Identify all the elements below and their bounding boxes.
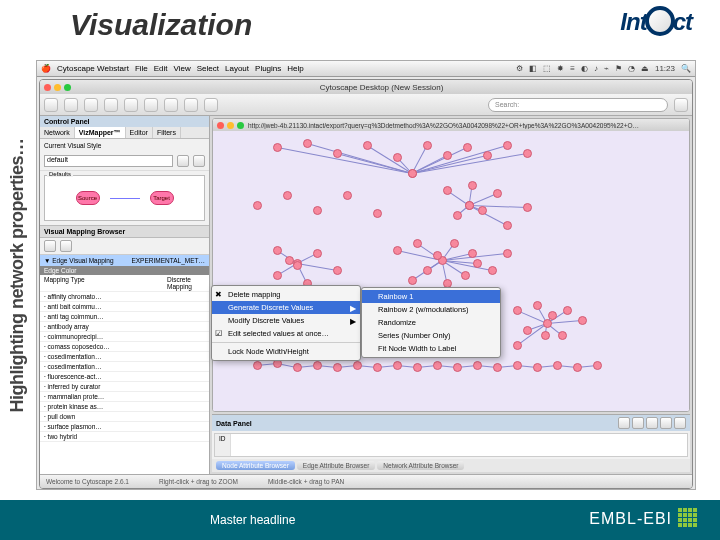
network-node[interactable] <box>413 239 422 248</box>
network-edge[interactable] <box>297 263 337 271</box>
tool-icon[interactable] <box>124 98 138 112</box>
dp-tab-network[interactable]: Network Attribute Browser <box>377 461 464 470</box>
network-node[interactable] <box>503 249 512 258</box>
minimize-icon[interactable] <box>227 122 234 129</box>
network-node[interactable] <box>393 153 402 162</box>
network-node[interactable] <box>303 139 312 148</box>
close-icon[interactable] <box>217 122 224 129</box>
mapping-type-value[interactable]: Discrete Mapping <box>167 276 205 290</box>
network-node[interactable] <box>253 201 262 210</box>
evm-label[interactable]: ▼ Edge Visual Mapping <box>44 257 114 264</box>
tool-icon[interactable] <box>144 98 158 112</box>
network-node[interactable] <box>533 301 542 310</box>
network-node[interactable] <box>483 151 492 160</box>
mapping-row[interactable]: · cosedimentation… <box>40 362 209 372</box>
network-node[interactable] <box>513 306 522 315</box>
tab-network[interactable]: Network <box>40 127 75 138</box>
network-node[interactable] <box>408 169 417 178</box>
tool-icon[interactable] <box>204 98 218 112</box>
context-menu-item[interactable]: Delete mapping✖ <box>212 288 360 301</box>
network-node[interactable] <box>463 143 472 152</box>
context-menu-sub[interactable]: Rainbow 1Rainbow 2 (w/modulations)Random… <box>361 287 501 358</box>
network-node[interactable] <box>443 151 452 160</box>
network-node[interactable] <box>285 256 294 265</box>
zoom-icon[interactable] <box>64 84 71 91</box>
mapping-row[interactable]: · comass coposedco… <box>40 342 209 352</box>
network-node[interactable] <box>453 211 462 220</box>
dp-tool-icon[interactable] <box>646 417 658 429</box>
dp-tool-icon[interactable] <box>632 417 644 429</box>
network-node[interactable] <box>293 363 302 372</box>
context-menu-item[interactable]: Lock Node Width/Height <box>212 342 360 358</box>
vmb-tool-icon[interactable] <box>44 240 56 252</box>
network-node[interactable] <box>363 141 372 150</box>
network-node[interactable] <box>313 249 322 258</box>
network-node[interactable] <box>468 181 477 190</box>
dp-tool-icon[interactable] <box>674 417 686 429</box>
mapping-row[interactable]: · fluorescence-act… <box>40 372 209 382</box>
mapping-row[interactable]: · antibody array <box>40 322 209 332</box>
network-node[interactable] <box>465 201 474 210</box>
network-node[interactable] <box>593 361 602 370</box>
network-node[interactable] <box>273 143 282 152</box>
network-node[interactable] <box>273 246 282 255</box>
network-node[interactable] <box>333 149 342 158</box>
menu-file[interactable]: File <box>135 64 148 73</box>
network-node[interactable] <box>373 363 382 372</box>
mapping-row[interactable]: · anti tag coimmun… <box>40 312 209 322</box>
network-node[interactable] <box>423 266 432 275</box>
mapping-row[interactable]: · inferred by curator <box>40 382 209 392</box>
network-node[interactable] <box>523 149 532 158</box>
mapping-row[interactable]: · two hybrid <box>40 432 209 442</box>
gear-icon[interactable] <box>193 155 205 167</box>
menu-plugins[interactable]: Plugins <box>255 64 281 73</box>
network-node[interactable] <box>488 266 497 275</box>
network-node[interactable] <box>533 363 542 372</box>
network-node[interactable] <box>283 191 292 200</box>
network-node[interactable] <box>433 361 442 370</box>
network-node[interactable] <box>343 191 352 200</box>
tab-editor[interactable]: Editor <box>126 127 153 138</box>
network-node[interactable] <box>353 361 362 370</box>
context-menu-item[interactable]: Series (Number Only) <box>362 329 500 342</box>
mapping-row[interactable]: · coimmunoprecipi… <box>40 332 209 342</box>
context-menu-item[interactable]: Edit selected values at once…☑ <box>212 327 360 340</box>
window-titlebar[interactable]: Cytoscape Desktop (New Session) <box>40 80 692 94</box>
network-edge[interactable] <box>469 205 507 226</box>
dp-tool-icon[interactable] <box>660 417 672 429</box>
network-node[interactable] <box>393 246 402 255</box>
network-node[interactable] <box>408 276 417 285</box>
menubar-status-icon[interactable]: ⚙ <box>516 64 523 73</box>
network-node[interactable] <box>558 331 567 340</box>
menu-layout[interactable]: Layout <box>225 64 249 73</box>
search-go-icon[interactable] <box>674 98 688 112</box>
menubar-status-icon[interactable]: ⌁ <box>604 64 609 73</box>
network-node[interactable] <box>503 141 512 150</box>
network-node[interactable] <box>493 363 502 372</box>
network-node[interactable] <box>333 363 342 372</box>
network-node[interactable] <box>578 316 587 325</box>
tool-icon[interactable] <box>184 98 198 112</box>
menubar-status-icon[interactable]: ◔ <box>628 64 635 73</box>
menubar-status-icon[interactable]: ⚑ <box>615 64 622 73</box>
network-node[interactable] <box>293 261 302 270</box>
network-node[interactable] <box>450 239 459 248</box>
mapping-row[interactable]: · mammalian prote… <box>40 392 209 402</box>
network-node[interactable] <box>393 361 402 370</box>
context-menu-item[interactable]: Fit Node Width to Label <box>362 342 500 355</box>
options-icon[interactable] <box>177 155 189 167</box>
vmb-tool-icon[interactable] <box>60 240 72 252</box>
menubar-status-icon[interactable]: ◐ <box>581 64 588 73</box>
tool-icon[interactable] <box>44 98 58 112</box>
menu-help[interactable]: Help <box>287 64 303 73</box>
network-node[interactable] <box>313 206 322 215</box>
network-node[interactable] <box>253 361 262 370</box>
network-node[interactable] <box>423 141 432 150</box>
tool-icon[interactable] <box>164 98 178 112</box>
context-menu-item[interactable]: Randomize <box>362 316 500 329</box>
network-node[interactable] <box>433 251 442 260</box>
search-input[interactable]: Search: <box>488 98 668 112</box>
apple-icon[interactable]: 🍎 <box>41 64 51 73</box>
network-node[interactable] <box>443 186 452 195</box>
network-node[interactable] <box>373 209 382 218</box>
